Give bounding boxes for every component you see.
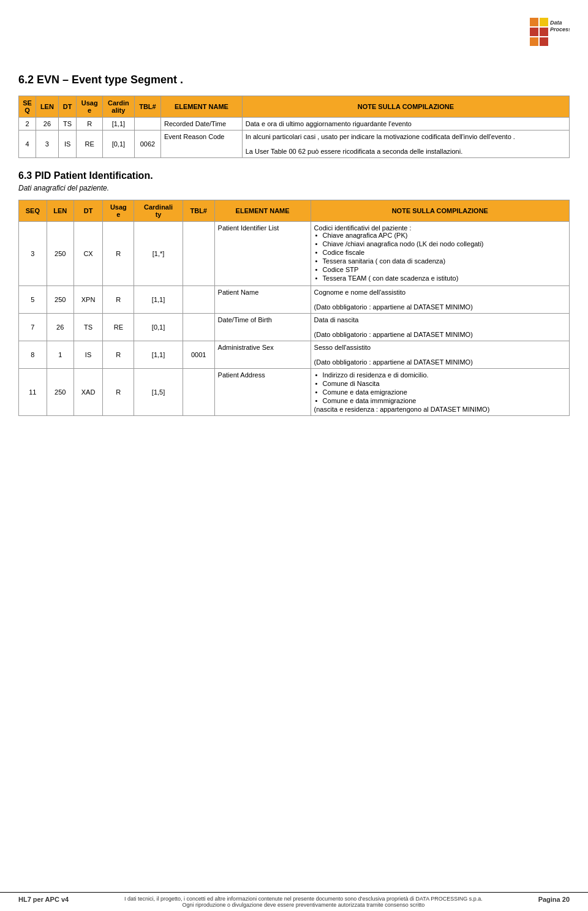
cell-seq: 7	[19, 314, 47, 341]
cell-usage: R	[103, 222, 134, 286]
list-item: Codice fiscale	[314, 249, 566, 256]
cell-dt: TS	[74, 314, 103, 341]
cell-dt: TS	[58, 118, 77, 130]
cell-seq: 3	[19, 222, 47, 286]
svg-rect-4	[530, 18, 538, 26]
cell-cardinality: [0,1]	[134, 314, 183, 341]
cell-len: 1	[47, 341, 74, 369]
bullet-list: Chiave anagrafica APC (PK) Chiave /chiav…	[314, 232, 566, 282]
cell-cardinality: [1,1]	[134, 286, 183, 314]
footer-line1: I dati tecnici, il progetto, i concetti …	[81, 896, 526, 902]
svg-rect-1	[540, 28, 548, 36]
footer-line2: Ogni riproduzione o divulgazione deve es…	[81, 902, 526, 908]
cell-notes: Data e ora di ultimo aggiornamento rigua…	[242, 118, 569, 130]
cell-seq: 4	[19, 130, 36, 158]
col-len: LEN	[36, 96, 59, 118]
section-6-3-desc: Dati anagrafici del paziente.	[18, 184, 570, 192]
cell-cardinality: [1,5]	[134, 369, 183, 416]
cell-element-name: Date/Time of Birth	[214, 314, 311, 341]
cell-cardinality: [1,1]	[102, 118, 134, 130]
cell-usage: R	[103, 341, 134, 369]
cell-len: 250	[47, 222, 74, 286]
footer-center: I dati tecnici, il progetto, i concetti …	[69, 896, 538, 908]
list-item: Comune e data immmigrazione	[314, 397, 566, 404]
section-6-3: 6.3 PID Patient Identification. Dati ana…	[18, 170, 570, 192]
col-seq: SEQ	[19, 200, 47, 222]
cell-notes: Codici identificativi del paziente : Chi…	[311, 222, 569, 286]
cell-notes: Indirizzo di residenza e di domicilio. C…	[311, 369, 569, 416]
cell-element-name: Recorded Date/Time	[161, 118, 243, 130]
cell-notes: Cognome e nome dell'assistito (Dato obbl…	[311, 286, 569, 314]
cell-cardinality: [0,1]	[102, 130, 134, 158]
table-row: 11 250 XAD R [1,5] Patient Address Indir…	[19, 369, 570, 416]
list-item: Codice STP	[314, 266, 566, 273]
col-dt: DT	[58, 96, 77, 118]
cell-cardinality: [1,*]	[134, 222, 183, 286]
col-element-name: ELEMENT NAME	[214, 200, 311, 222]
col-len: LEN	[47, 200, 74, 222]
col-usage: Usage	[77, 96, 103, 118]
table-row: 5 250 XPN R [1,1] Patient Name Cognome e…	[19, 286, 570, 314]
cell-seq: 11	[19, 369, 47, 416]
cell-element-name: Patient Identifier List	[214, 222, 311, 286]
list-item: Tessera sanitaria ( con data di scadenza…	[314, 257, 566, 265]
cell-seq: 5	[19, 286, 47, 314]
cell-usage: R	[77, 118, 103, 130]
cell-cardinality: [1,1]	[134, 341, 183, 369]
cell-element-name: Event Reason Code	[161, 130, 243, 158]
svg-rect-5	[540, 18, 548, 26]
cell-len: 3	[36, 130, 59, 158]
list-item: Chiave /chiavi anagrafica nodo (LK dei n…	[314, 240, 566, 248]
header: Data Processing	[18, 12, 570, 55]
cell-tbl	[183, 314, 214, 341]
svg-text:Data: Data	[550, 20, 562, 26]
cell-len: 26	[36, 118, 59, 130]
cell-usage: RE	[77, 130, 103, 158]
cell-tbl	[134, 118, 160, 130]
cell-element-name: Patient Address	[214, 369, 311, 416]
cell-usage: RE	[103, 314, 134, 341]
cell-element-name: Administrative Sex	[214, 341, 311, 369]
logo-box: Data Processing	[527, 12, 570, 55]
footer-right: Pagina 20	[538, 896, 570, 903]
pid-table: SEQ LEN DT Usage Cardinality TBL# ELEMEN…	[18, 200, 570, 416]
cell-tbl: 0062	[134, 130, 160, 158]
evn-table: SEQ LEN DT Usage Cardinality TBL# ELEMEN…	[18, 96, 570, 158]
footer-left: HL7 per APC v4	[18, 896, 69, 903]
cell-notes: Data di nascita (Dato obbligatorio : app…	[311, 314, 569, 341]
cell-dt: XAD	[74, 369, 103, 416]
list-item: Comune di Nascita	[314, 380, 566, 387]
col-usage: Usage	[103, 200, 134, 222]
col-cardinality: Cardinality	[134, 200, 183, 222]
footer: HL7 per APC v4 I dati tecnici, il proget…	[0, 892, 588, 911]
table-row: 3 250 CX R [1,*] Patient Identifier List…	[19, 222, 570, 286]
cell-tbl	[183, 222, 214, 286]
cell-usage: R	[103, 369, 134, 416]
cell-dt: IS	[74, 341, 103, 369]
col-cardinality: Cardinality	[102, 96, 134, 118]
col-notes: NOTE SULLA COMPILAZIONE	[242, 96, 569, 118]
col-element-name: ELEMENT NAME	[161, 96, 243, 118]
cell-tbl: 0001	[183, 341, 214, 369]
cell-seq: 2	[19, 118, 36, 130]
col-tbl: TBL#	[183, 200, 214, 222]
col-dt: DT	[74, 200, 103, 222]
table-row: 4 3 IS RE [0,1] 0062 Event Reason Code I…	[19, 130, 570, 158]
cell-notes: In alcuni particolari casi , usato per i…	[242, 130, 569, 158]
table-row: 8 1 IS R [1,1] 0001 Administrative Sex S…	[19, 341, 570, 369]
list-item: Comune e data emigrazione	[314, 388, 566, 396]
list-item: Indirizzo di residenza e di domicilio.	[314, 371, 566, 379]
list-item: Tessera TEAM ( con date scadenza e istit…	[314, 274, 566, 282]
cell-notes: Sesso dell'assistito (Dato obbligatorio …	[311, 341, 569, 369]
svg-rect-2	[530, 37, 538, 46]
section-6-3-title: 6.3 PID Patient Identification.	[18, 170, 570, 181]
section-6-2-title: 6.2 EVN – Event type Segment .	[18, 74, 570, 86]
table-row: 7 26 TS RE [0,1] Date/Time of Birth Data…	[19, 314, 570, 341]
list-item: Chiave anagrafica APC (PK)	[314, 232, 566, 239]
cell-len: 250	[47, 286, 74, 314]
cell-seq: 8	[19, 341, 47, 369]
cell-dt: CX	[74, 222, 103, 286]
cell-usage: R	[103, 286, 134, 314]
cell-len: 26	[47, 314, 74, 341]
svg-rect-3	[540, 37, 548, 46]
